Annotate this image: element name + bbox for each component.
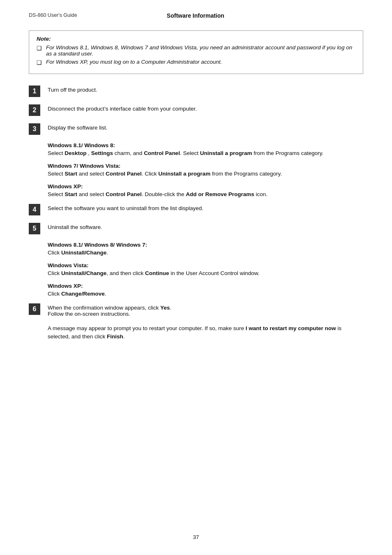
note-text-2: For Windows XP, you must log on to a Com… xyxy=(46,59,222,65)
final-note: A message may appear to prompt you to re… xyxy=(48,324,363,342)
page: DS-860 User's Guide Software Information… xyxy=(0,0,392,555)
step-3-subsection-2: Windows 7/ Windows Vista: Select Start a… xyxy=(48,163,363,178)
step-3-subsection-1-body: Select Desktop , Settings charm, and Con… xyxy=(48,149,363,158)
note-item-1: ❑ For Windows 8.1, Windows 8, Windows 7 … xyxy=(37,44,355,57)
note-label: Note: xyxy=(37,36,355,42)
step-5-subsection-1: Windows 8.1/ Windows 8/ Windows 7: Click… xyxy=(48,242,363,257)
step-3-subsection-2-body: Select Start and select Control Panel. C… xyxy=(48,170,363,178)
step-5-subsection-2-title: Windows Vista: xyxy=(48,262,363,268)
step-3-subsection-1: Windows 8.1/ Windows 8: Select Desktop ,… xyxy=(48,142,363,158)
header-left: DS-860 User's Guide xyxy=(29,12,77,18)
step-5-subsection-3-body: Click Change/Remove. xyxy=(48,290,363,298)
step-5-content: Uninstall the software. xyxy=(48,223,363,230)
step-5-subsection-2-body: Click Uninstall/Change, and then click C… xyxy=(48,269,363,278)
step-1-num: 1 xyxy=(29,86,40,97)
page-number: 37 xyxy=(0,534,392,540)
step-3-subsection-2-title: Windows 7/ Windows Vista: xyxy=(48,163,363,169)
checkbox-icon-1: ❑ xyxy=(37,45,42,51)
page-title: Software Information xyxy=(77,12,314,19)
step-3-subsection-3-title: Windows XP: xyxy=(48,183,363,190)
step-1-row: 1 Turn off the product. xyxy=(29,86,363,97)
step-5-num: 5 xyxy=(29,223,40,234)
note-box: Note: ❑ For Windows 8.1, Windows 8, Wind… xyxy=(29,30,363,74)
step-3-subsection-3-body: Select Start and select Control Panel. D… xyxy=(48,190,363,199)
step-2-content: Disconnect the product’s interface cable… xyxy=(48,104,363,112)
step-3-subsection-1-title: Windows 8.1/ Windows 8: xyxy=(48,142,363,148)
step-4-num: 4 xyxy=(29,204,40,215)
step-3-num: 3 xyxy=(29,123,40,135)
note-text-1: For Windows 8.1, Windows 8, Windows 7 an… xyxy=(46,44,355,57)
step-6-row: 6 When the confirmation window appears, … xyxy=(29,303,363,317)
step-6-content: When the confirmation window appears, cl… xyxy=(48,303,363,317)
checkbox-icon-2: ❑ xyxy=(37,59,42,66)
step-6-num: 6 xyxy=(29,303,40,315)
header-bar: DS-860 User's Guide Software Information xyxy=(29,12,363,19)
step-3-row: 3 Display the software list. xyxy=(29,123,363,135)
step-4-row: 4 Select the software you want to uninst… xyxy=(29,204,363,215)
step-3-subsection-3: Windows XP: Select Start and select Cont… xyxy=(48,183,363,199)
step-5-subsection-3-title: Windows XP: xyxy=(48,283,363,289)
step-2-num: 2 xyxy=(29,104,40,116)
note-item-2: ❑ For Windows XP, you must log on to a C… xyxy=(37,59,355,66)
step-5-row: 5 Uninstall the software. xyxy=(29,223,363,234)
step-2-row: 2 Disconnect the product’s interface cab… xyxy=(29,104,363,116)
step-4-content: Select the software you want to uninstal… xyxy=(48,204,363,211)
step-5-subsection-2: Windows Vista: Click Uninstall/Change, a… xyxy=(48,262,363,278)
step-1-content: Turn off the product. xyxy=(48,86,363,93)
step-5-subsection-1-body: Click Uninstall/Change. xyxy=(48,249,363,257)
step-5-subsection-3: Windows XP: Click Change/Remove. xyxy=(48,283,363,298)
step-5-subsection-1-title: Windows 8.1/ Windows 8/ Windows 7: xyxy=(48,242,363,248)
step-3-content: Display the software list. xyxy=(48,123,363,131)
